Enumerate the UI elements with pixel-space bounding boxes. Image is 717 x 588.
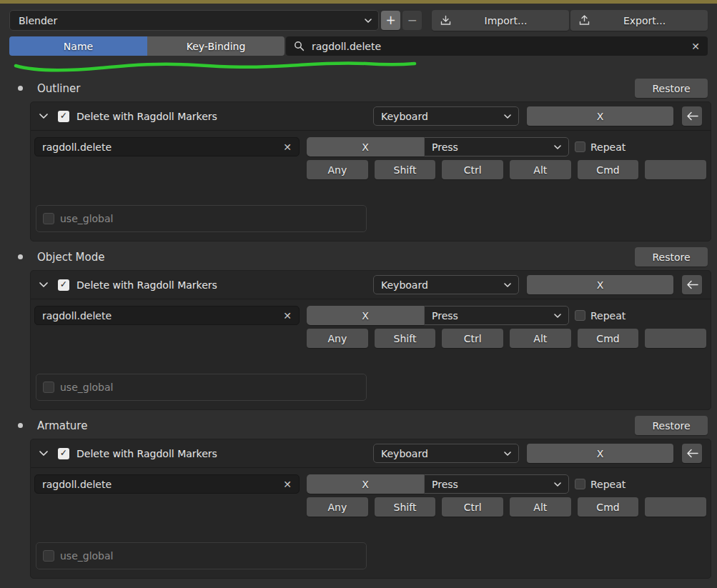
modifier-alt-button[interactable]: Alt (510, 329, 571, 348)
modifier-cmd-button[interactable]: Cmd (578, 497, 639, 517)
expand-chevron-icon[interactable] (39, 282, 48, 287)
keymap-item-panel: ✓ Delete with Ragdoll Markers Keyboard X… (30, 439, 711, 579)
keymap-preset-dropdown[interactable]: Blender (9, 10, 379, 31)
key-button[interactable]: X (307, 474, 424, 494)
modifier-any-button[interactable]: Any (307, 160, 368, 179)
section-header-row: Outliner Restore (9, 79, 708, 98)
repeat-checkbox[interactable] (575, 141, 585, 152)
search-input[interactable] (312, 41, 684, 52)
clear-search-icon[interactable]: ✕ (691, 41, 700, 51)
keymap-item-row: ✕ X Press Repeat (34, 137, 706, 156)
event-value-dropdown[interactable]: Press (424, 474, 569, 494)
item-enabled-checkbox[interactable]: ✓ (58, 111, 69, 122)
section-disclosure-dot[interactable] (18, 86, 23, 91)
map-type-dropdown[interactable]: Keyboard (373, 275, 519, 294)
keymap-item-label: Delete with Ragdoll Markers (76, 111, 217, 122)
use-global-label: use_global (60, 550, 113, 562)
import-export-group: Import... Export... (432, 10, 708, 31)
section-title: Armature (37, 419, 87, 432)
modifier-cmd-button[interactable]: Cmd (578, 329, 639, 348)
use-global-box: use_global (36, 205, 367, 232)
import-icon (440, 15, 451, 26)
modifier-empty-button[interactable] (645, 497, 706, 517)
modifier-shift-button[interactable]: Shift (375, 497, 436, 517)
restore-button[interactable]: Restore (635, 247, 708, 266)
modifier-cmd-button[interactable]: Cmd (578, 160, 639, 179)
key-press-group: X Press (307, 306, 569, 325)
use-global-label: use_global (60, 213, 113, 224)
repeat-label: Repeat (590, 310, 625, 322)
section-header-row: Armature Restore (9, 416, 708, 435)
event-value-dropdown[interactable]: Press (424, 306, 569, 325)
restore-button[interactable]: Restore (635, 79, 708, 98)
event-value: Press (432, 141, 458, 153)
add-keymap-preset-button[interactable]: + (381, 11, 400, 30)
import-button[interactable]: Import... (432, 10, 569, 31)
modifier-alt-button[interactable]: Alt (510, 160, 571, 179)
back-arrow-icon (686, 111, 698, 121)
export-button[interactable]: Export... (570, 10, 708, 31)
operator-id-field[interactable]: ✕ (34, 306, 300, 325)
restore-item-arrow-button[interactable] (682, 275, 702, 294)
operator-id-input[interactable] (42, 479, 277, 490)
check-icon: ✓ (60, 280, 67, 289)
repeat-checkbox[interactable] (575, 479, 585, 489)
expand-chevron-icon[interactable] (39, 451, 48, 456)
chevron-down-icon (554, 145, 561, 149)
item-enabled-checkbox[interactable]: ✓ (58, 448, 69, 459)
event-value-dropdown[interactable]: Press (424, 137, 569, 156)
modifier-shift-button[interactable]: Shift (375, 160, 436, 179)
blender-keymap-preferences: Blender + − Import... Export... Name Key… (0, 0, 717, 588)
use-global-checkbox[interactable] (43, 382, 54, 393)
key-binding-button[interactable]: X (527, 275, 673, 294)
operator-id-input[interactable] (42, 310, 277, 322)
keymap-sections: Outliner Restore ✓ Delete with Ragdoll M… (9, 79, 708, 579)
search-field[interactable]: ✕ (286, 36, 708, 56)
keymap-item-row: ✕ X Press Repeat (34, 474, 706, 494)
export-label: Export... (590, 15, 699, 26)
modifier-row: Any Shift Ctrl Alt Cmd (307, 160, 706, 179)
modifier-alt-button[interactable]: Alt (510, 497, 571, 517)
modifier-shift-button[interactable]: Shift (375, 329, 436, 348)
filter-tab-name[interactable]: Name (9, 36, 147, 56)
back-arrow-icon (686, 280, 698, 289)
key-binding-button[interactable]: X (527, 106, 673, 126)
use-global-checkbox[interactable] (43, 550, 54, 562)
key-binding-button[interactable]: X (527, 444, 673, 463)
section-disclosure-dot[interactable] (18, 254, 23, 259)
operator-id-field[interactable]: ✕ (34, 474, 300, 494)
expand-chevron-icon[interactable] (39, 114, 48, 119)
modifier-ctrl-button[interactable]: Ctrl (442, 497, 503, 517)
operator-id-field[interactable]: ✕ (34, 137, 300, 156)
use-global-checkbox[interactable] (43, 213, 54, 224)
map-type-value: Keyboard (381, 448, 428, 459)
restore-item-arrow-button[interactable] (682, 106, 702, 126)
section-disclosure-dot[interactable] (18, 423, 23, 428)
key-button[interactable]: X (307, 306, 424, 325)
operator-id-input[interactable] (42, 141, 277, 153)
restore-item-arrow-button[interactable] (682, 444, 702, 463)
map-type-dropdown[interactable]: Keyboard (373, 444, 519, 463)
clear-operator-icon[interactable]: ✕ (283, 479, 292, 489)
repeat-label: Repeat (590, 479, 625, 490)
remove-keymap-preset-button[interactable]: − (402, 11, 422, 30)
clear-operator-icon[interactable]: ✕ (283, 142, 292, 152)
map-type-value: Keyboard (381, 111, 428, 122)
key-button[interactable]: X (307, 137, 424, 156)
filter-tab-key-binding[interactable]: Key-Binding (147, 36, 285, 56)
map-type-dropdown[interactable]: Keyboard (373, 106, 519, 126)
item-enabled-checkbox[interactable]: ✓ (58, 279, 69, 291)
restore-button[interactable]: Restore (635, 416, 708, 435)
keymap-item-panel: ✓ Delete with Ragdoll Markers Keyboard X… (30, 270, 711, 410)
modifier-any-button[interactable]: Any (307, 497, 368, 517)
chevron-down-icon (365, 19, 372, 23)
clear-operator-icon[interactable]: ✕ (283, 311, 292, 321)
modifier-any-button[interactable]: Any (307, 329, 368, 348)
modifier-empty-button[interactable] (645, 160, 706, 179)
modifier-ctrl-button[interactable]: Ctrl (442, 329, 503, 348)
modifier-empty-button[interactable] (645, 329, 706, 348)
repeat-checkbox[interactable] (575, 310, 585, 321)
chevron-down-icon (504, 114, 511, 119)
modifier-ctrl-button[interactable]: Ctrl (442, 160, 503, 179)
chevron-down-icon (504, 283, 511, 287)
